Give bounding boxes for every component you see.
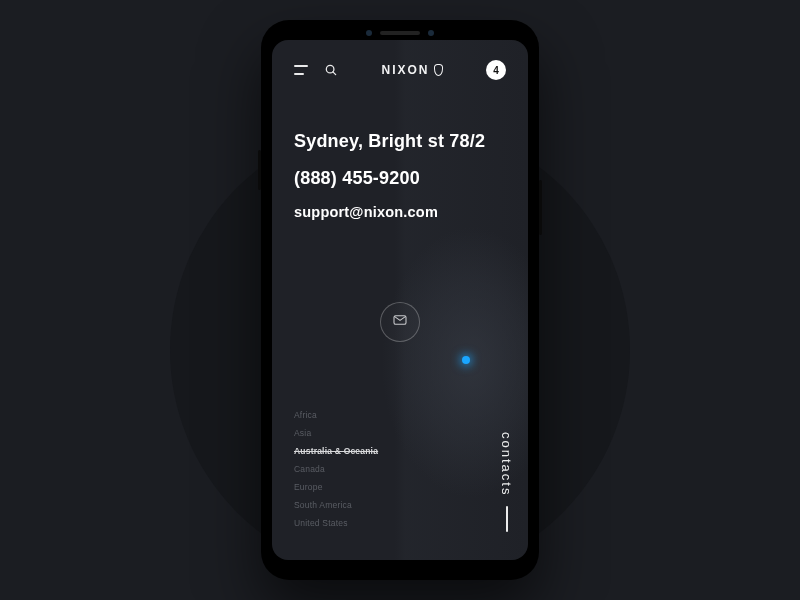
search-icon[interactable] <box>324 63 338 77</box>
menu-icon[interactable] <box>294 65 310 75</box>
svg-line-1 <box>333 72 336 75</box>
region-item-australia-oceania[interactable]: Australia & Oceania <box>294 446 378 456</box>
contact-phone[interactable]: (888) 455-9200 <box>294 167 506 190</box>
page-label-text: contacts <box>499 432 514 496</box>
region-item-canada[interactable]: Canada <box>294 464 378 474</box>
phone-button-left <box>258 150 261 190</box>
brand-logo[interactable]: NIXON <box>381 63 442 77</box>
phone-sensor <box>428 30 434 36</box>
page-label-line <box>506 506 508 532</box>
contact-email[interactable]: support@nixon.com <box>294 203 506 221</box>
screen: NIXON 4 Sydney, Bright st 78/2 (888) 455… <box>272 40 528 560</box>
contact-block: Sydney, Bright st 78/2 (888) 455-9200 su… <box>294 130 506 221</box>
top-bar: NIXON 4 <box>294 58 506 82</box>
region-item-asia[interactable]: Asia <box>294 428 378 438</box>
region-list: Africa Asia Australia & Oceania Canada E… <box>294 410 378 528</box>
brand-mark-icon <box>434 64 443 76</box>
phone-camera <box>366 30 372 36</box>
phone-sensors <box>366 30 434 36</box>
mail-button[interactable] <box>380 302 420 342</box>
brand-text: NIXON <box>381 63 429 77</box>
phone-frame: NIXON 4 Sydney, Bright st 78/2 (888) 455… <box>261 20 539 580</box>
cart-count: 4 <box>493 65 499 76</box>
phone-button-right <box>539 180 542 235</box>
page-label: contacts <box>499 432 514 532</box>
region-item-africa[interactable]: Africa <box>294 410 378 420</box>
contact-address: Sydney, Bright st 78/2 <box>294 130 506 153</box>
region-item-united-states[interactable]: United States <box>294 518 378 528</box>
region-item-europe[interactable]: Europe <box>294 482 378 492</box>
region-item-south-america[interactable]: South America <box>294 500 378 510</box>
phone-speaker <box>380 31 420 35</box>
cart-badge[interactable]: 4 <box>486 60 506 80</box>
mail-icon <box>392 312 408 332</box>
